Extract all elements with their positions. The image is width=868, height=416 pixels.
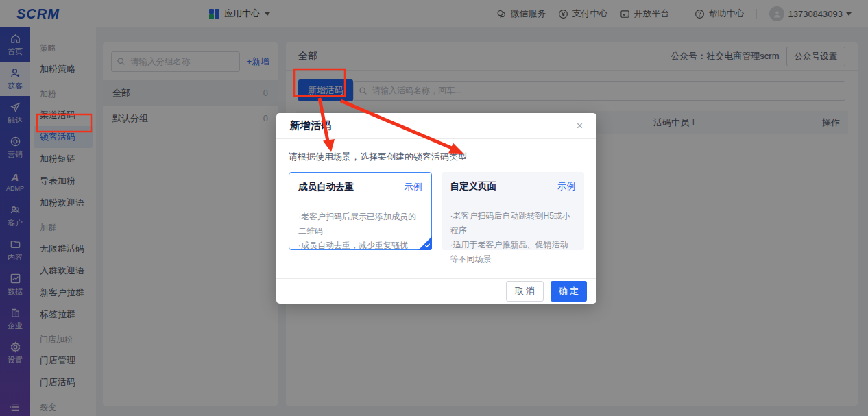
option-title: 自定义页面 (450, 180, 497, 193)
option-bullet: ·老客户扫码后展示已添加成员的二维码 (298, 210, 422, 238)
option-bullet: ·适用于老客户推新品、促销活动等不同场景 (450, 238, 575, 267)
example-link[interactable]: 示例 (557, 180, 575, 193)
option-card-auto-dedup[interactable]: 成员自动去重 示例 ·老客户扫码后展示已添加成员的二维码 ·成员自动去重，减少重… (289, 172, 432, 250)
close-icon[interactable]: × (577, 121, 583, 132)
modal-title: 新增活码 (290, 119, 331, 132)
option-bullet: ·老客户扫码后自动跳转到H5或小程序 (450, 209, 575, 238)
option-card-custom-page[interactable]: 自定义页面 示例 ·老客户扫码后自动跳转到H5或小程序 ·适用于老客户推新品、促… (442, 172, 584, 250)
option-bullet: ·成员自动去重，减少重复骚扰 (298, 238, 422, 253)
confirm-button[interactable]: 确定 (551, 281, 587, 302)
add-code-modal: 新增活码 × 请根据使用场景，选择要创建的锁客活码类型 成员自动去重 示例 ·老… (276, 113, 596, 304)
cancel-button[interactable]: 取消 (506, 281, 544, 302)
example-link[interactable]: 示例 (405, 181, 422, 193)
modal-description: 请根据使用场景，选择要创建的锁客活码类型 (289, 151, 584, 163)
option-title: 成员自动去重 (298, 181, 354, 193)
check-icon (424, 243, 431, 248)
